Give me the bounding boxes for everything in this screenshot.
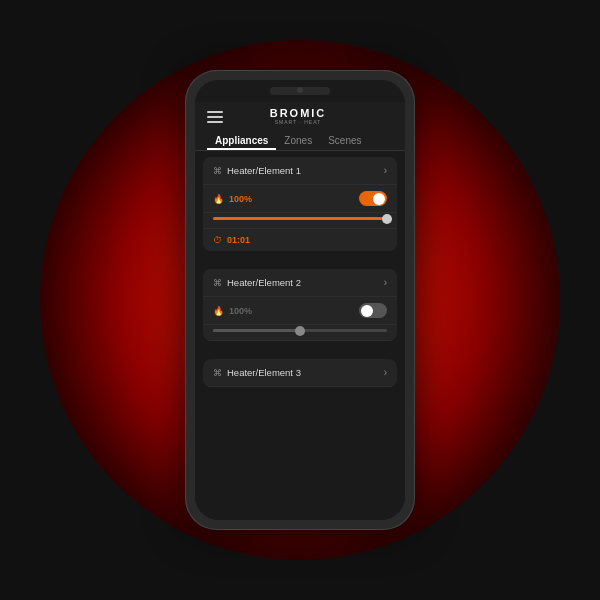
timer-icon-1: ⏱ (213, 235, 222, 245)
appliance-2-power-label: 🔥 100% (213, 306, 252, 316)
wifi-icon-3: ⌘ (213, 368, 222, 378)
toggle-knob-1 (373, 193, 385, 205)
appliance-2-slider-thumb[interactable] (295, 326, 305, 336)
appliance-card-3: ⌘ Heater/Element 3 › (203, 359, 397, 387)
appliance-3-header-row[interactable]: ⌘ Heater/Element 3 › (203, 359, 397, 387)
appliance-2-slider-fill (213, 329, 300, 332)
tab-scenes[interactable]: Scenes (320, 129, 369, 150)
tab-zones[interactable]: Zones (276, 129, 320, 150)
appliance-2-toggle[interactable] (359, 303, 387, 318)
appliances-list: ⌘ Heater/Element 1 › 🔥 100% (195, 151, 405, 520)
appliance-2-slider-row[interactable] (203, 325, 397, 341)
appliance-1-header-row[interactable]: ⌘ Heater/Element 1 › (203, 157, 397, 185)
appliance-2-slider-track (213, 329, 387, 332)
appliance-1-timer-value: 01:01 (227, 235, 250, 245)
spacer-1 (195, 257, 405, 263)
camera-dot (297, 87, 303, 93)
appliance-1-name: ⌘ Heater/Element 1 (213, 165, 301, 176)
appliance-1-power-label: 🔥 100% (213, 194, 252, 204)
tab-appliances[interactable]: Appliances (207, 129, 276, 150)
appliance-2-header-row[interactable]: ⌘ Heater/Element 2 › (203, 269, 397, 297)
appliance-1-slider-track (213, 217, 387, 220)
appliance-1-slider-thumb[interactable] (382, 214, 392, 224)
phone-mockup: BROMIC SMART · HEAT Appliances Zones Sce… (185, 70, 415, 530)
chevron-icon-3: › (384, 367, 387, 378)
chevron-icon-2: › (384, 277, 387, 288)
appliance-3-name: ⌘ Heater/Element 3 (213, 367, 301, 378)
toggle-knob-2 (361, 305, 373, 317)
brand-sub: SMART · HEAT (275, 120, 321, 125)
appliance-1-timer-row: ⏱ 01:01 (203, 229, 397, 251)
appliance-1-toggle[interactable] (359, 191, 387, 206)
appliance-card-1: ⌘ Heater/Element 1 › 🔥 100% (203, 157, 397, 251)
tab-bar: Appliances Zones Scenes (195, 129, 405, 151)
brand-logo: BROMIC SMART · HEAT (270, 108, 327, 125)
flame-icon-1: 🔥 (213, 194, 224, 204)
phone-body: BROMIC SMART · HEAT Appliances Zones Sce… (185, 70, 415, 530)
wifi-icon-1: ⌘ (213, 166, 222, 176)
menu-icon[interactable] (207, 111, 223, 123)
appliance-2-name: ⌘ Heater/Element 2 (213, 277, 301, 288)
wifi-icon-2: ⌘ (213, 278, 222, 288)
appliance-2-power-row: 🔥 100% (203, 297, 397, 325)
appliance-1-slider-row[interactable] (203, 213, 397, 229)
spacer-2 (195, 347, 405, 353)
flame-icon-2: 🔥 (213, 306, 224, 316)
phone-screen: BROMIC SMART · HEAT Appliances Zones Sce… (195, 80, 405, 520)
appliance-1-slider-fill (213, 217, 387, 220)
brand-name: BROMIC (270, 108, 327, 119)
chevron-icon-1: › (384, 165, 387, 176)
app-header: BROMIC SMART · HEAT (195, 102, 405, 129)
appliance-card-2: ⌘ Heater/Element 2 › 🔥 100% (203, 269, 397, 341)
appliance-1-power-row: 🔥 100% (203, 185, 397, 213)
